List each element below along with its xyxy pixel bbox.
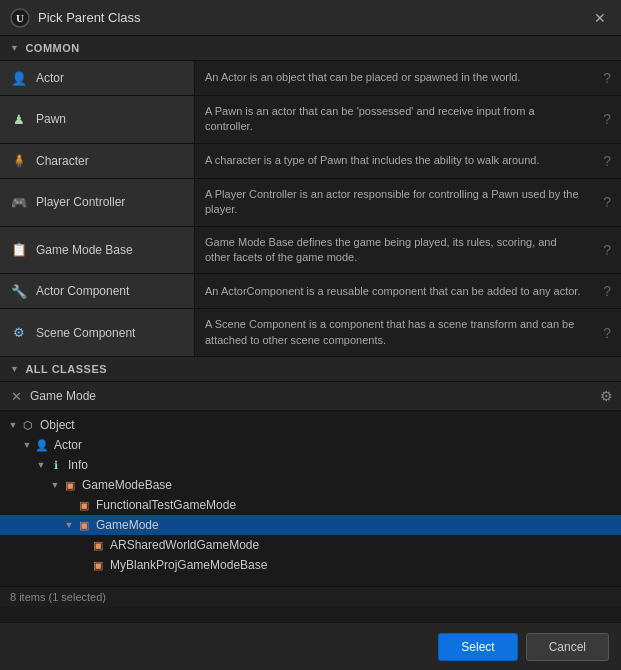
class-tree: ▼ ⬡ Object ▼ 👤 Actor ▼ ℹ Info ▼ ▣ GameMo… bbox=[0, 411, 621, 586]
actor-component-icon: 🔧 bbox=[10, 282, 28, 300]
close-button[interactable]: ✕ bbox=[589, 7, 611, 29]
common-item-label-pawn: Pawn bbox=[36, 112, 66, 126]
tree-label-game-mode: GameMode bbox=[96, 518, 159, 532]
tree-row-actor-tree[interactable]: ▼ 👤 Actor bbox=[0, 435, 621, 455]
actor-icon: 👤 bbox=[10, 69, 28, 87]
bottom-bar: Select Cancel bbox=[0, 622, 621, 670]
common-item-btn-character[interactable]: 🧍 Character bbox=[0, 144, 195, 178]
common-item-help-pawn[interactable]: ? bbox=[593, 96, 621, 143]
common-item-pawn: ♟ Pawn A Pawn is an actor that can be 'p… bbox=[0, 96, 621, 144]
tree-label-object: Object bbox=[40, 418, 75, 432]
tree-row-functional-test-game-mode[interactable]: ▣ FunctionalTestGameMode bbox=[0, 495, 621, 515]
common-item-desc-character: A character is a type of Pawn that inclu… bbox=[195, 144, 593, 178]
common-item-desc-actor: An Actor is an object that can be placed… bbox=[195, 61, 593, 95]
tree-icon-actor-tree: 👤 bbox=[34, 437, 50, 453]
common-item-btn-player-controller[interactable]: 🎮 Player Controller bbox=[0, 179, 195, 226]
tree-no-arrow-ar-shared-world-game-mode bbox=[76, 540, 90, 550]
tree-label-my-blank-proj-game-mode-base: MyBlankProjGameModeBase bbox=[110, 558, 267, 572]
tree-no-arrow-functional-test-game-mode bbox=[62, 500, 76, 510]
common-item-actor: 👤 Actor An Actor is an object that can b… bbox=[0, 61, 621, 96]
common-item-help-scene-component[interactable]: ? bbox=[593, 309, 621, 356]
tree-no-arrow-my-blank-proj-game-mode-base bbox=[76, 560, 90, 570]
ue-logo-icon: U bbox=[10, 8, 30, 28]
tree-label-actor-tree: Actor bbox=[54, 438, 82, 452]
status-text: 8 items (1 selected) bbox=[10, 591, 106, 603]
svg-text:U: U bbox=[16, 12, 24, 24]
player-controller-icon: 🎮 bbox=[10, 193, 28, 211]
all-classes-arrow-icon: ▼ bbox=[10, 364, 19, 374]
tree-arrow-game-mode: ▼ bbox=[62, 520, 76, 530]
common-item-desc-game-mode-base: Game Mode Base defines the game being pl… bbox=[195, 227, 593, 274]
common-item-character: 🧍 Character A character is a type of Paw… bbox=[0, 144, 621, 179]
tree-icon-info: ℹ bbox=[48, 457, 64, 473]
common-item-desc-player-controller: A Player Controller is an actor responsi… bbox=[195, 179, 593, 226]
status-bar: 8 items (1 selected) bbox=[0, 586, 621, 607]
tree-icon-functional-test-game-mode: ▣ bbox=[76, 497, 92, 513]
common-item-btn-actor-component[interactable]: 🔧 Actor Component bbox=[0, 274, 195, 308]
common-item-label-player-controller: Player Controller bbox=[36, 195, 125, 209]
tree-icon-object: ⬡ bbox=[20, 417, 36, 433]
common-item-btn-actor[interactable]: 👤 Actor bbox=[0, 61, 195, 95]
common-item-desc-scene-component: A Scene Component is a component that ha… bbox=[195, 309, 593, 356]
common-item-help-actor-component[interactable]: ? bbox=[593, 274, 621, 308]
cancel-button[interactable]: Cancel bbox=[526, 633, 609, 661]
tree-row-game-mode-base-tree[interactable]: ▼ ▣ GameModeBase bbox=[0, 475, 621, 495]
character-icon: 🧍 bbox=[10, 152, 28, 170]
search-settings-icon[interactable]: ⚙ bbox=[600, 388, 613, 404]
search-bar: ✕ ⚙ bbox=[0, 382, 621, 411]
common-item-label-game-mode-base: Game Mode Base bbox=[36, 243, 133, 257]
tree-label-ar-shared-world-game-mode: ARSharedWorldGameMode bbox=[110, 538, 259, 552]
common-item-label-character: Character bbox=[36, 154, 89, 168]
tree-row-game-mode[interactable]: ▼ ▣ GameMode bbox=[0, 515, 621, 535]
common-item-help-player-controller[interactable]: ? bbox=[593, 179, 621, 226]
tree-icon-my-blank-proj-game-mode-base: ▣ bbox=[90, 557, 106, 573]
search-clear-icon[interactable]: ✕ bbox=[8, 389, 24, 404]
all-classes-section-header[interactable]: ▼ ALL CLASSES bbox=[0, 357, 621, 382]
common-item-btn-pawn[interactable]: ♟ Pawn bbox=[0, 96, 195, 143]
search-input[interactable] bbox=[30, 389, 594, 403]
dialog-title: Pick Parent Class bbox=[38, 10, 141, 25]
tree-row-object[interactable]: ▼ ⬡ Object bbox=[0, 415, 621, 435]
common-section-header[interactable]: ▼ COMMON bbox=[0, 36, 621, 61]
common-item-player-controller: 🎮 Player Controller A Player Controller … bbox=[0, 179, 621, 227]
common-items-list: 👤 Actor An Actor is an object that can b… bbox=[0, 61, 621, 357]
tree-label-functional-test-game-mode: FunctionalTestGameMode bbox=[96, 498, 236, 512]
tree-row-info[interactable]: ▼ ℹ Info bbox=[0, 455, 621, 475]
common-item-label-scene-component: Scene Component bbox=[36, 326, 135, 340]
common-item-help-actor[interactable]: ? bbox=[593, 61, 621, 95]
common-item-label-actor-component: Actor Component bbox=[36, 284, 129, 298]
tree-label-info: Info bbox=[68, 458, 88, 472]
common-item-actor-component: 🔧 Actor Component An ActorComponent is a… bbox=[0, 274, 621, 309]
tree-arrow-game-mode-base-tree: ▼ bbox=[48, 480, 62, 490]
tree-arrow-object: ▼ bbox=[6, 420, 20, 430]
common-item-game-mode-base: 📋 Game Mode Base Game Mode Base defines … bbox=[0, 227, 621, 275]
title-bar: U Pick Parent Class ✕ bbox=[0, 0, 621, 36]
tree-arrow-info: ▼ bbox=[34, 460, 48, 470]
common-item-desc-pawn: A Pawn is an actor that can be 'possesse… bbox=[195, 96, 593, 143]
all-classes-section-label: ALL CLASSES bbox=[25, 363, 107, 375]
select-button[interactable]: Select bbox=[438, 633, 517, 661]
title-bar-left: U Pick Parent Class bbox=[10, 8, 141, 28]
tree-icon-game-mode: ▣ bbox=[76, 517, 92, 533]
tree-label-game-mode-base-tree: GameModeBase bbox=[82, 478, 172, 492]
common-item-help-character[interactable]: ? bbox=[593, 144, 621, 178]
common-arrow-icon: ▼ bbox=[10, 43, 19, 53]
common-item-desc-actor-component: An ActorComponent is a reusable componen… bbox=[195, 274, 593, 308]
common-section-label: COMMON bbox=[25, 42, 79, 54]
tree-row-my-blank-proj-game-mode-base[interactable]: ▣ MyBlankProjGameModeBase bbox=[0, 555, 621, 575]
pawn-icon: ♟ bbox=[10, 110, 28, 128]
tree-icon-ar-shared-world-game-mode: ▣ bbox=[90, 537, 106, 553]
scene-component-icon: ⚙ bbox=[10, 324, 28, 342]
common-item-scene-component: ⚙ Scene Component A Scene Component is a… bbox=[0, 309, 621, 357]
common-item-help-game-mode-base[interactable]: ? bbox=[593, 227, 621, 274]
common-item-btn-scene-component[interactable]: ⚙ Scene Component bbox=[0, 309, 195, 356]
tree-icon-game-mode-base-tree: ▣ bbox=[62, 477, 78, 493]
common-item-label-actor: Actor bbox=[36, 71, 64, 85]
game-mode-base-icon: 📋 bbox=[10, 241, 28, 259]
tree-row-ar-shared-world-game-mode[interactable]: ▣ ARSharedWorldGameMode bbox=[0, 535, 621, 555]
tree-arrow-actor-tree: ▼ bbox=[20, 440, 34, 450]
common-item-btn-game-mode-base[interactable]: 📋 Game Mode Base bbox=[0, 227, 195, 274]
